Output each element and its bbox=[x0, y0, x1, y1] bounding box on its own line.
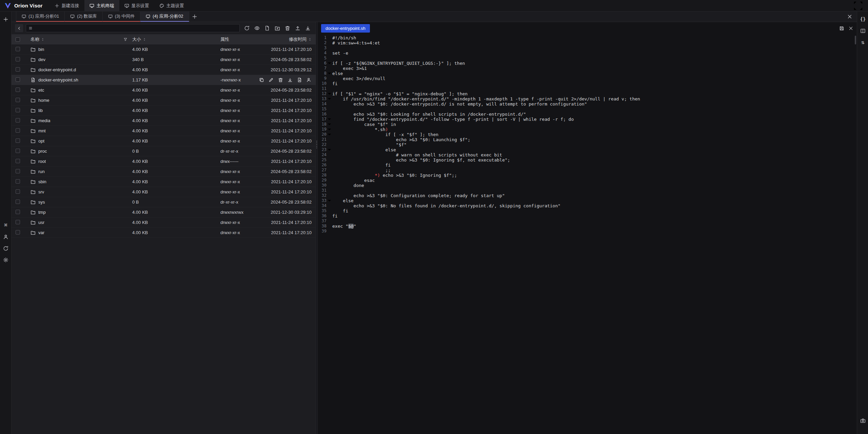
row-checkbox[interactable] bbox=[16, 118, 20, 122]
trash-icon bbox=[285, 25, 290, 31]
permission-icon[interactable] bbox=[307, 77, 312, 82]
menu-theme-settings[interactable]: 主题设置 bbox=[154, 0, 189, 12]
edit-icon[interactable] bbox=[269, 77, 274, 82]
table-row[interactable]: lib4.00 KBdrwxr-xr-x2021-11-24 17:20:10 bbox=[12, 106, 316, 116]
terminal-tab-3[interactable]: (3) 中间件 bbox=[103, 12, 141, 22]
fold-toggle-icon[interactable] bbox=[327, 198, 332, 203]
table-row[interactable]: home4.00 KBdrwxr-xr-x2021-11-24 17:20:10 bbox=[12, 95, 316, 106]
row-checkbox[interactable] bbox=[16, 67, 20, 72]
row-checkbox[interactable] bbox=[16, 230, 20, 234]
add-tab-button[interactable] bbox=[189, 12, 200, 22]
camera-icon[interactable] bbox=[857, 415, 868, 427]
table-row[interactable]: docker-entrypoint.sh1.17 KB-rwxrwxr-x bbox=[12, 75, 316, 85]
fold-toggle-icon[interactable] bbox=[327, 132, 332, 137]
row-checkbox[interactable] bbox=[16, 77, 20, 82]
row-checkbox[interactable] bbox=[16, 179, 20, 184]
menu-display-settings[interactable]: 显示设置 bbox=[119, 0, 154, 12]
row-checkbox[interactable] bbox=[16, 98, 20, 102]
fold-toggle-icon[interactable] bbox=[327, 61, 332, 66]
fold-toggle-icon[interactable] bbox=[327, 147, 332, 152]
download-icon[interactable] bbox=[288, 77, 293, 82]
close-icon bbox=[847, 14, 852, 19]
right-rail: {}⇅ bbox=[857, 12, 868, 434]
fold-toggle-icon[interactable] bbox=[327, 117, 332, 122]
fold-toggle-icon[interactable] bbox=[327, 127, 332, 132]
fold-spacer bbox=[327, 224, 332, 229]
gear-icon[interactable] bbox=[0, 254, 12, 266]
new-folder-icon[interactable] bbox=[273, 24, 282, 33]
row-checkbox[interactable] bbox=[16, 88, 20, 92]
move-icon[interactable] bbox=[297, 77, 302, 82]
table-row[interactable]: usr4.00 KBdrwxr-xr-x2021-11-24 17:20:10 bbox=[12, 218, 316, 228]
menu-new-connection[interactable]: 新建连接 bbox=[50, 0, 84, 12]
fold-toggle-icon[interactable] bbox=[327, 96, 332, 101]
trash-icon[interactable] bbox=[278, 77, 283, 82]
list-icon[interactable] bbox=[28, 26, 33, 30]
sort-icon[interactable] bbox=[308, 38, 312, 41]
trash-icon[interactable] bbox=[283, 24, 292, 33]
menu-host-terminal[interactable]: 主机终端 bbox=[84, 0, 119, 12]
sort-icon[interactable] bbox=[143, 38, 146, 41]
fullscreen-icon[interactable] bbox=[852, 0, 864, 12]
new-file-icon[interactable] bbox=[263, 24, 272, 33]
sort-icon[interactable] bbox=[41, 38, 44, 41]
table-row[interactable]: etc4.00 KBdrwxr-xr-x2024-05-28 23:58:02 bbox=[12, 85, 316, 95]
row-checkbox[interactable] bbox=[16, 57, 20, 61]
upload-icon[interactable] bbox=[293, 24, 302, 33]
eye-icon[interactable] bbox=[253, 24, 261, 33]
row-checkbox[interactable] bbox=[16, 47, 20, 51]
row-checkbox[interactable] bbox=[16, 149, 20, 153]
row-checkbox[interactable] bbox=[16, 169, 20, 173]
refresh-icon[interactable] bbox=[242, 24, 251, 33]
back-button[interactable] bbox=[15, 24, 23, 32]
sync-icon[interactable] bbox=[0, 243, 12, 254]
table-row[interactable]: mnt4.00 KBdrwxr-xr-x2021-11-24 17:20:10 bbox=[12, 126, 316, 136]
table-row[interactable]: dev340 Bdrwxr-xr-x2024-05-28 23:58:02 bbox=[12, 55, 316, 65]
table-row[interactable]: root4.00 KBdrwx------2021-11-24 17:20:10 bbox=[12, 156, 316, 167]
row-checkbox[interactable] bbox=[16, 210, 20, 214]
row-checkbox[interactable] bbox=[16, 200, 20, 204]
updown-icon[interactable]: ⇅ bbox=[857, 37, 868, 48]
terminal-tab-2[interactable]: (2) 数据库 bbox=[65, 12, 103, 22]
tabbar-close-button[interactable] bbox=[844, 12, 855, 22]
filter-funnel-icon[interactable] bbox=[123, 37, 127, 41]
table-row[interactable]: srv4.00 KBdrwxr-xr-x2021-11-24 17:20:10 bbox=[12, 187, 316, 197]
row-checkbox[interactable] bbox=[16, 220, 20, 224]
download-icon[interactable] bbox=[303, 24, 312, 33]
table-row[interactable]: run4.00 KBdrwxr-xr-x2024-05-28 23:58:02 bbox=[12, 167, 316, 177]
table-row[interactable]: proc0 Bdr-xr-xr-x2024-05-28 23:58:02 bbox=[12, 146, 316, 156]
save-icon[interactable] bbox=[839, 26, 844, 31]
braces-icon[interactable]: {} bbox=[857, 14, 868, 25]
table-row[interactable]: opt4.00 KBdrwxr-xr-x2021-11-24 17:20:10 bbox=[12, 136, 316, 146]
table-row[interactable]: sbin4.00 KBdrwxr-xr-x2021-11-24 17:20:10 bbox=[12, 177, 316, 187]
code-text: exec 3>&1 bbox=[332, 66, 367, 71]
copy-icon[interactable] bbox=[259, 77, 264, 82]
row-checkbox[interactable] bbox=[16, 138, 20, 143]
table-row[interactable]: docker-entrypoint.d4.00 KBdrwxr-xr-x2021… bbox=[12, 65, 316, 75]
table-row[interactable]: var4.00 KBdrwxr-xr-x2021-11-24 17:20:10 bbox=[12, 228, 316, 238]
row-checkbox[interactable] bbox=[16, 189, 20, 194]
table-row[interactable]: media4.00 KBdrwxr-xr-x2021-11-24 17:20:1… bbox=[12, 116, 316, 126]
row-checkbox[interactable] bbox=[16, 159, 20, 163]
table-row[interactable]: sys0 Bdr-xr-xr-x2024-05-28 23:58:02 bbox=[12, 197, 316, 207]
select-all-checkbox[interactable] bbox=[16, 37, 20, 42]
fold-toggle-icon[interactable] bbox=[327, 91, 332, 96]
path-input[interactable] bbox=[35, 26, 237, 31]
row-checkbox[interactable] bbox=[16, 128, 20, 133]
fold-toggle-icon[interactable] bbox=[327, 122, 332, 127]
editor-file-tab[interactable]: docker-entrypoint.sh bbox=[321, 24, 370, 33]
editor-scrollbar-thumb[interactable] bbox=[855, 36, 856, 44]
editor-close-icon[interactable] bbox=[848, 26, 853, 31]
plus-icon[interactable] bbox=[0, 14, 12, 25]
line-number: 13 bbox=[318, 96, 327, 101]
code-text: if [ -x "$f" ]; then bbox=[332, 132, 438, 137]
fold-toggle-icon[interactable] bbox=[327, 71, 332, 76]
columns-icon[interactable] bbox=[857, 25, 868, 37]
terminal-tab-4[interactable]: (4) 应用-分析02 bbox=[140, 12, 189, 22]
row-checkbox[interactable] bbox=[16, 108, 20, 112]
user-icon[interactable] bbox=[0, 231, 12, 243]
terminal-tab-1[interactable]: (1) 应用-分析01 bbox=[16, 12, 65, 22]
table-row[interactable]: bin4.00 KBdrwxr-xr-x2021-11-24 17:20:10 bbox=[12, 44, 316, 55]
table-row[interactable]: tmp4.00 KBdrwxrwxrwx2021-12-30 03:29:10 bbox=[12, 207, 316, 218]
command-icon[interactable]: ⌘ bbox=[0, 220, 12, 231]
